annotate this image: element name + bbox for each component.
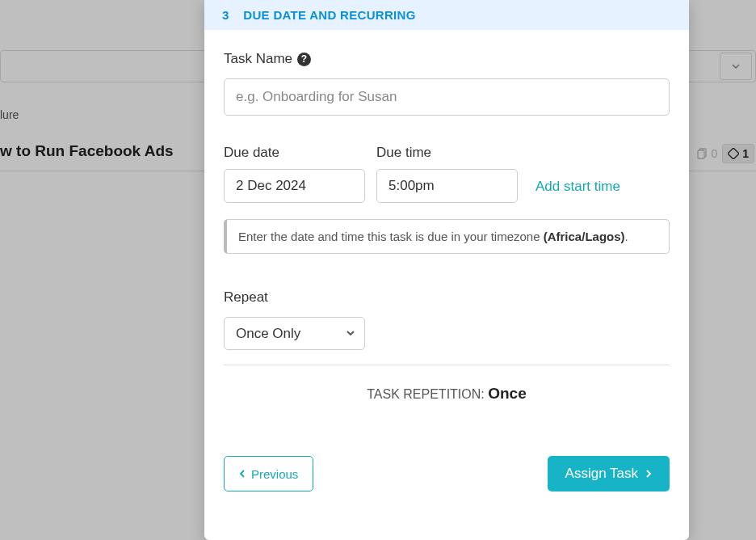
hint-prefix: Enter the date and time this task is due…	[238, 230, 544, 243]
task-name-label-row: Task Name ?	[224, 51, 670, 67]
repeat-select[interactable]: Once Only	[224, 317, 365, 350]
help-icon[interactable]: ?	[297, 53, 311, 66]
repeat-select-wrap: Once Only	[224, 317, 365, 350]
timezone-hint: Enter the date and time this task is due…	[224, 219, 670, 254]
step-number: 3	[222, 8, 229, 22]
repeat-label: Repeat	[224, 289, 670, 306]
chevron-right-icon	[645, 469, 652, 479]
due-date-input[interactable]	[224, 169, 365, 203]
due-row: Due date Due time Add start time	[224, 145, 670, 203]
hint-timezone: (Africa/Lagos)	[544, 230, 625, 243]
task-name-input[interactable]	[224, 78, 670, 116]
task-modal: 3 DUE DATE AND RECURRING Task Name ? Due…	[204, 0, 689, 540]
assign-button-label: Assign Task	[565, 466, 638, 482]
due-time-input[interactable]	[376, 169, 518, 203]
previous-button[interactable]: Previous	[224, 456, 313, 491]
assign-task-button[interactable]: Assign Task	[548, 456, 670, 491]
rep-summary-value: Once	[488, 385, 527, 402]
due-time-label: Due time	[376, 145, 518, 161]
due-date-col: Due date	[224, 145, 365, 203]
add-start-time-link[interactable]: Add start time	[529, 171, 627, 203]
repetition-summary: TASK REPETITION: Once	[224, 385, 670, 403]
step-title: DUE DATE AND RECURRING	[243, 8, 415, 22]
due-date-label: Due date	[224, 145, 365, 161]
chevron-left-icon	[239, 469, 246, 479]
rep-summary-label: TASK REPETITION:	[367, 387, 488, 401]
step-header: 3 DUE DATE AND RECURRING	[204, 0, 689, 30]
task-name-label: Task Name	[224, 51, 292, 67]
modal-body: Task Name ? Due date Due time Add start …	[204, 30, 689, 417]
modal-footer: Previous Assign Task	[204, 441, 689, 506]
previous-button-label: Previous	[251, 467, 298, 481]
repeat-section: Repeat Once Only TASK REPETITION: Once	[224, 289, 670, 403]
divider	[224, 365, 670, 365]
hint-suffix: .	[625, 230, 628, 243]
due-time-col: Due time	[376, 145, 518, 203]
